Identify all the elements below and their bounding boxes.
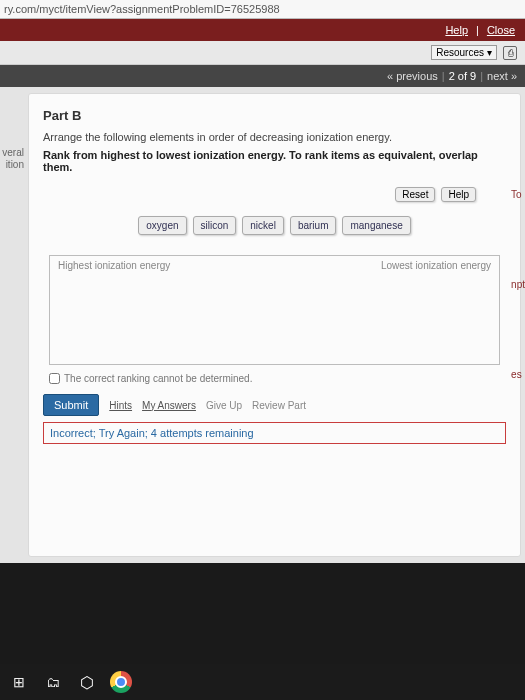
item-silicon[interactable]: silicon [193,216,237,235]
ranking-dropzone[interactable]: Highest ionization energy Lowest ionizat… [49,255,500,365]
question-card: Part B Arrange the following elements in… [28,93,521,557]
my-answers-link[interactable]: My Answers [142,400,196,411]
taskbar: ⊞ 🗂 ⬡ [0,664,525,700]
resources-label: Resources [436,47,484,58]
print-icon[interactable]: ⎙ [503,46,517,60]
address-bar[interactable]: ry.com/myct/itemView?assignmentProblemID… [0,0,525,19]
ranking-help-button[interactable]: Help [441,187,476,202]
next-button[interactable]: next » [487,70,517,82]
toolbar: Resources ▾ ⎙ [0,41,525,65]
feedback-box: Incorrect; Try Again; 4 attempts remaini… [43,422,506,444]
help-link[interactable]: Help [445,24,468,36]
start-icon[interactable]: ⊞ [6,669,32,695]
instruction-1: Arrange the following elements in order … [43,131,506,143]
item-oxygen[interactable]: oxygen [138,216,186,235]
hints-link[interactable]: Hints [109,400,132,411]
item-barium[interactable]: barium [290,216,337,235]
close-link[interactable]: Close [487,24,515,36]
cannot-determine-label: The correct ranking cannot be determined… [64,373,252,384]
file-explorer-icon[interactable]: 🗂 [40,669,66,695]
right-cutoff: To npt es [511,180,525,450]
reset-button[interactable]: Reset [395,187,435,202]
chevron-down-icon: ▾ [487,47,492,58]
give-up-link[interactable]: Give Up [206,400,242,411]
dropbox-icon[interactable]: ⬡ [74,669,100,695]
left-cutoff-panel: veral ition [0,87,24,563]
prev-button[interactable]: « previous [387,70,438,82]
page-nav: « previous | 2 of 9 | next » [0,65,525,87]
rank-left-label: Highest ionization energy [58,260,170,360]
rank-right-label: Lowest ionization energy [381,260,491,360]
top-bar: Help | Close [0,19,525,41]
resources-dropdown[interactable]: Resources ▾ [431,45,497,60]
instruction-2: Rank from highest to lowest ionization e… [43,149,506,173]
submit-button[interactable]: Submit [43,394,99,416]
page-counter: 2 of 9 [449,70,477,82]
item-manganese[interactable]: manganese [342,216,410,235]
topbar-sep: | [476,24,479,36]
draggable-items: oxygen silicon nickel barium manganese [43,216,506,235]
chrome-icon[interactable] [108,669,134,695]
review-part-link[interactable]: Review Part [252,400,306,411]
item-nickel[interactable]: nickel [242,216,284,235]
cannot-determine-checkbox[interactable] [49,373,60,384]
part-title: Part B [43,108,506,123]
